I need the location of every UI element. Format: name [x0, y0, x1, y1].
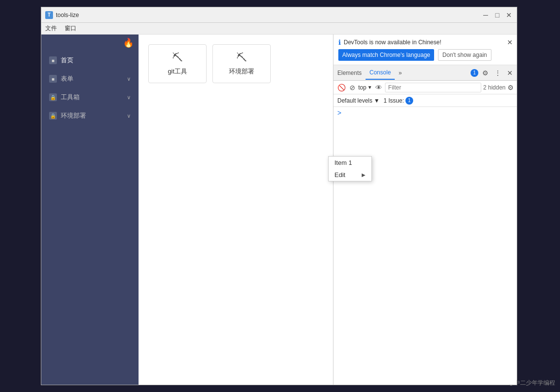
console-prompt-line: > — [337, 109, 513, 117]
app-body: 🔥 ■ 首页 ■ 表单 ∨ 🔒 工具箱 ∨ — [41, 35, 517, 385]
issue-num-badge: 1 — [405, 97, 413, 105]
title-bar: T tools-lize ─ □ ✕ — [41, 7, 517, 23]
devtools-console: > — [333, 107, 517, 385]
menu-bar: 文件 窗口 — [41, 23, 517, 35]
tab-more[interactable]: » — [395, 67, 406, 79]
dont-show-button[interactable]: Don't show again — [438, 49, 491, 61]
devtools-panel: ℹ DevTools is now available in Chinese! … — [333, 35, 517, 385]
devtools-close-button[interactable]: ✕ — [505, 68, 515, 78]
devtools-levels-row: Default levels ▼ 1 Issue: 1 — [333, 94, 517, 107]
env-deploy-card[interactable]: ⛏ 环境部署 — [212, 44, 271, 83]
restore-button[interactable]: □ — [493, 11, 501, 19]
hidden-count: 2 hidden — [483, 84, 506, 91]
menu-window[interactable]: 窗口 — [65, 24, 76, 33]
devtools-tabs: Elements Console » 1 ⚙ ⋮ ✕ — [333, 65, 517, 81]
app-icon: T — [45, 11, 53, 19]
tab-console-label: Console — [369, 69, 391, 76]
forms-nav-icon: ■ — [49, 75, 57, 83]
devtools-settings-button[interactable]: ⚙ — [480, 68, 490, 78]
notification-close-button[interactable]: ✕ — [507, 38, 513, 46]
git-tool-label: git工具 — [168, 67, 187, 76]
context-menu-item-edit[interactable]: Edit ▶ — [329, 169, 371, 181]
sidebar-forms-label: 表单 — [61, 74, 73, 83]
forms-chevron-icon: ∨ — [127, 76, 131, 82]
title-bar-controls: ─ □ ✕ — [482, 11, 513, 19]
sidebar-home-label: 首页 — [61, 56, 73, 65]
context-edit-label: Edit — [334, 171, 345, 178]
issue-label-text: 1 Issue: — [384, 97, 404, 104]
info-icon: ℹ — [338, 38, 341, 46]
minimize-button[interactable]: ─ — [482, 11, 490, 19]
devtools-more-button[interactable]: ⋮ — [492, 68, 503, 78]
filter-input[interactable] — [385, 83, 481, 92]
sidebar-flame-area: 🔥 — [41, 35, 139, 51]
tab-elements[interactable]: Elements — [333, 67, 366, 79]
toolbox-nav-icon: 🔒 — [49, 93, 57, 101]
eye-icon-button[interactable]: 👁 — [374, 83, 383, 92]
sidebar-env-label: 环境部署 — [61, 111, 86, 120]
content-area: ⛏ git工具 ⛏ 环境部署 Item 1 Edit ▶ — [139, 35, 517, 385]
home-nav-icon: ■ — [49, 56, 57, 64]
console-settings-button[interactable]: ⚙ — [508, 84, 514, 91]
tab-console[interactable]: Console — [366, 66, 395, 80]
tab-elements-label: Elements — [337, 70, 362, 76]
devtools-toolbar: 🚫 ⊘ top ▼ 👁 2 hidden ⚙ — [333, 81, 517, 94]
notif-buttons: Always match Chrome's language Don't sho… — [338, 49, 512, 61]
devtools-notification: ℹ DevTools is now available in Chinese! … — [333, 35, 517, 65]
app-title: tools-lize — [56, 12, 79, 18]
issue-badge: 1 — [471, 69, 478, 77]
prompt-arrow-icon: > — [337, 109, 341, 117]
env-deploy-icon: ⛏ — [236, 52, 247, 64]
issue-link[interactable]: 1 Issue: 1 — [384, 97, 413, 105]
git-tool-icon: ⛏ — [172, 52, 183, 64]
env-chevron-icon: ∨ — [127, 113, 131, 119]
close-button[interactable]: ✕ — [505, 11, 513, 19]
env-deploy-label: 环境部署 — [229, 67, 254, 76]
context-item1-label: Item 1 — [334, 159, 352, 166]
top-dropdown-label: top — [358, 84, 367, 91]
tab-more-label: » — [399, 70, 402, 76]
tab-actions: 1 ⚙ ⋮ ✕ — [471, 68, 517, 78]
context-edit-arrow-icon: ▶ — [362, 172, 366, 178]
git-tool-card[interactable]: ⛏ git工具 — [148, 44, 207, 83]
sidebar-item-toolbox[interactable]: 🔒 工具箱 ∨ — [41, 88, 139, 107]
context-menu: Item 1 Edit ▶ — [328, 156, 372, 181]
env-nav-icon: 🔒 — [49, 112, 57, 120]
toolbox-chevron-icon: ∨ — [127, 94, 131, 101]
default-levels-label: Default levels — [337, 97, 372, 104]
default-levels-button[interactable]: Default levels ▼ — [337, 97, 380, 104]
top-dropdown[interactable]: top ▼ — [358, 84, 372, 91]
sidebar-toolbox-label: 工具箱 — [61, 93, 80, 102]
match-language-button[interactable]: Always match Chrome's language — [338, 49, 434, 61]
top-dropdown-arrow-icon: ▼ — [368, 85, 372, 90]
levels-arrow-icon: ▼ — [374, 97, 380, 104]
sidebar-item-env[interactable]: 🔒 环境部署 ∨ — [41, 107, 139, 125]
context-menu-item-1[interactable]: Item 1 — [329, 157, 371, 169]
notif-row: ℹ DevTools is now available in Chinese! — [338, 38, 512, 46]
title-bar-left: T tools-lize — [45, 11, 79, 19]
flame-icon: 🔥 — [123, 37, 134, 48]
sidebar: 🔥 ■ 首页 ■ 表单 ∨ 🔒 工具箱 ∨ — [41, 35, 139, 385]
block-icon[interactable]: ⊘ — [349, 83, 356, 92]
sidebar-item-home[interactable]: ■ 首页 — [41, 51, 139, 70]
sidebar-item-forms[interactable]: ■ 表单 ∨ — [41, 70, 139, 88]
clear-console-button[interactable]: 🚫 — [336, 83, 347, 92]
menu-file[interactable]: 文件 — [45, 24, 57, 33]
browser-window: T tools-lize ─ □ ✕ 文件 窗口 🔥 ■ 首页 — [41, 7, 517, 385]
notif-message: DevTools is now available in Chinese! — [344, 39, 441, 46]
